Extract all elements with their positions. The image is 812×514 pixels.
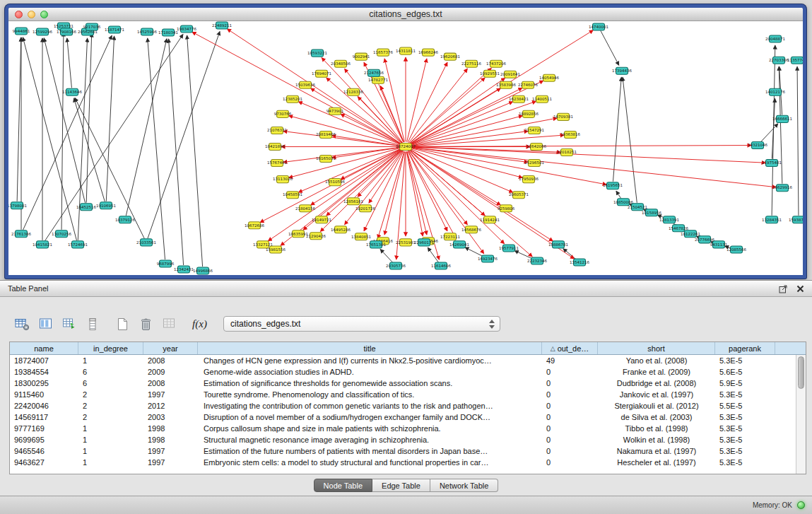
network-node[interactable]: 12642066 (526, 143, 546, 150)
network-node[interactable]: 9431131 (710, 241, 727, 248)
table-row[interactable]: 946362711997Embryonic stem cells: a mode… (10, 457, 806, 468)
table-source-select[interactable]: citations_edges.txt (223, 316, 500, 332)
network-node[interactable]: 19106951 (96, 202, 116, 209)
column-header-pagerank[interactable]: pagerank (715, 342, 775, 354)
table-row[interactable]: 1456911722003Disruption of a novel membe… (10, 411, 806, 423)
network-node[interactable]: 19321046 (748, 141, 767, 148)
network-node[interactable]: 17180341 (158, 29, 178, 36)
network-node[interactable]: 21033561 (136, 239, 156, 246)
network-node[interactable]: 22489211 (212, 22, 232, 29)
network-node[interactable]: 16195651 (603, 182, 623, 189)
network-node[interactable]: 16495286 (331, 226, 351, 233)
network-canvas[interactable]: 1872400712642066152965011795093620605371… (8, 21, 803, 275)
network-node[interactable]: 17651301 (366, 241, 386, 248)
network-node[interactable]: 22018251 (557, 149, 577, 156)
network-node[interactable]: 15767461 (267, 160, 287, 167)
network-node[interactable]: 10886781 (548, 241, 568, 248)
network-node[interactable]: 12342431 (174, 266, 194, 273)
network-node[interactable]: 14568676 (461, 226, 481, 233)
network-node[interactable]: 13583986 (496, 81, 516, 88)
network-node[interactable]: 16923476 (478, 255, 498, 262)
network-node[interactable]: 17437206 (486, 60, 506, 67)
network-node[interactable]: 19149721 (312, 216, 331, 223)
network-node[interactable]: 15510596 (325, 179, 345, 186)
network-node[interactable]: 20348506 (331, 60, 351, 67)
network-node[interactable]: 10158956 (642, 209, 661, 216)
table-row[interactable]: 911546021997Tourette syndrome. Phenomeno… (10, 389, 806, 400)
select-columns-button[interactable] (36, 315, 55, 333)
network-node[interactable]: 13113026 (273, 176, 293, 183)
table-row[interactable]: 946554611997Estimation of the future num… (10, 445, 806, 457)
network-node[interactable]: 22531981 (396, 239, 416, 246)
network-node[interactable]: 14782771 (368, 76, 388, 83)
float-panel-icon[interactable] (779, 284, 788, 293)
table-row[interactable]: 1872400712008Changes of HCN gene express… (10, 355, 806, 366)
edit-table-button[interactable] (59, 315, 78, 333)
network-node[interactable]: 16966246 (418, 49, 438, 56)
network-node[interactable]: 21547291 (524, 127, 544, 134)
network-node[interactable]: 11871471 (105, 26, 124, 33)
network-node[interactable]: 15296501 (524, 160, 544, 167)
column-header-title[interactable]: title (198, 342, 542, 354)
network-node[interactable]: 15724691 (68, 241, 88, 248)
network-node[interactable]: 21290426 (306, 233, 326, 240)
network-node[interactable]: 20048871 (765, 35, 785, 42)
network-node[interactable]: 19577911 (499, 245, 519, 252)
table-row[interactable]: 969969511998Structural magnetic resonanc… (10, 434, 806, 445)
network-node[interactable]: 14054946 (539, 74, 559, 81)
network-node[interactable]: 14269041 (449, 241, 469, 248)
network-node[interactable]: 17394436 (612, 67, 632, 74)
network-node[interactable]: 14525906 (137, 28, 157, 35)
table-scrollbar[interactable] (796, 355, 806, 474)
network-node[interactable]: 21975481 (762, 160, 782, 167)
network-node[interactable]: 14996866 (193, 267, 213, 274)
network-node[interactable]: 15938786 (789, 216, 803, 223)
network-node[interactable]: 10201726 (355, 205, 375, 212)
network-node[interactable]: 9473901 (326, 107, 343, 115)
network-node[interactable]: 9687996 (157, 260, 175, 267)
network-node[interactable]: 9259806 (498, 205, 515, 212)
network-node[interactable]: 13541216 (570, 259, 589, 266)
network-node[interactable]: 19834776 (177, 25, 196, 33)
network-node[interactable]: 13070256 (52, 230, 71, 238)
network-node[interactable]: 20305736 (386, 262, 406, 269)
network-node[interactable]: 17223111 (440, 233, 460, 240)
network-node[interactable]: 18421896 (265, 143, 285, 150)
network-node[interactable]: 18165031 (316, 156, 336, 163)
network-node[interactable]: 11357741 (787, 57, 803, 64)
network-node[interactable]: 9002941 (353, 53, 370, 60)
network-node[interactable]: 18379126 (115, 216, 135, 223)
network-node[interactable]: 12085566 (726, 246, 746, 253)
network-node[interactable]: 11657376 (373, 49, 393, 56)
network-node[interactable]: 14012176 (765, 88, 785, 95)
network-node[interactable]: 11143646 (62, 88, 82, 95)
network-node[interactable]: 14740001 (589, 23, 608, 30)
network-node[interactable]: 12385201 (283, 95, 302, 103)
network-node[interactable]: 16238421 (509, 95, 529, 103)
network-node[interactable]: 10458591 (283, 192, 302, 199)
network-node[interactable]: 12856161 (343, 198, 363, 205)
network-node[interactable]: 13840851 (351, 233, 371, 240)
add-column-button[interactable] (113, 315, 132, 333)
column-header-short[interactable]: short (598, 342, 715, 354)
network-node[interactable]: 11614606 (431, 262, 451, 269)
network-node[interactable]: 22746076 (518, 81, 538, 88)
column-header-in-degree[interactable]: in_degree (78, 342, 143, 354)
table-row[interactable]: 1830029562008Estimation of significance … (10, 378, 806, 389)
network-node[interactable]: 17950936 (519, 176, 539, 183)
network-node[interactable]: 22703306 (769, 57, 789, 64)
network-node[interactable]: 9217036 (83, 23, 101, 30)
network-graph[interactable]: 1872400712642066152965011795093620605371… (8, 21, 803, 275)
network-node[interactable]: 12599296 (33, 28, 52, 35)
table-row[interactable]: 977716911998Corpus callosum shape and si… (10, 423, 806, 434)
network-node[interactable]: 15981556 (266, 246, 286, 253)
network-node[interactable]: 21761386 (11, 230, 31, 238)
network-node[interactable]: 9944861 (13, 28, 30, 35)
table-settings-button[interactable] (13, 315, 32, 333)
minimize-window-button[interactable] (28, 11, 35, 18)
network-node[interactable]: 17908166 (57, 28, 76, 35)
network-node[interactable]: 14311811 (396, 47, 416, 54)
network-node[interactable]: 13798081 (8, 202, 27, 209)
network-node[interactable]: 12813391 (659, 216, 679, 223)
tab-node-table[interactable]: Node Table (314, 479, 372, 492)
